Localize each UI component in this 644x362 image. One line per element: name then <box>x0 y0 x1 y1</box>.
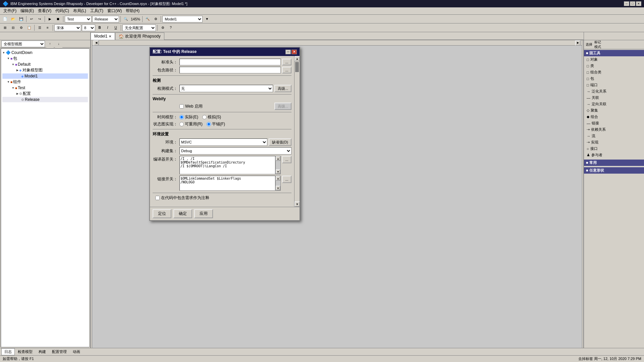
tb2-btn1[interactable]: ⊞ <box>1 24 9 32</box>
save-btn[interactable]: 💾 <box>17 15 25 23</box>
view-select[interactable]: 全模型视图 <box>1 41 45 47</box>
italic-btn[interactable]: I <box>104 24 111 32</box>
align-btn[interactable]: ☰ <box>36 24 43 32</box>
right-item-composite-class[interactable]: □ 组合类 <box>584 69 644 75</box>
bottom-tab-check[interactable]: 检查模型 <box>15 348 36 355</box>
right-panel-btn1[interactable]: 选择 <box>585 41 593 48</box>
right-item-object[interactable]: □ 对象 <box>584 56 644 63</box>
menu-window[interactable]: 窗口(W) <box>105 7 124 14</box>
cs-scroll-up[interactable]: ▲ <box>276 156 280 161</box>
notes-checkbox[interactable] <box>155 196 160 200</box>
radio-flat-label[interactable]: 平铺(F) <box>207 121 225 127</box>
open-btn[interactable]: 📂 <box>9 15 17 23</box>
radio-reuse-label[interactable]: 可重用(R) <box>179 121 203 127</box>
compiler-switch-textarea[interactable]: /I . /I $OMDefaultSpecificationDirectory… <box>179 156 275 174</box>
dialog-minimize-btn[interactable]: ─ <box>285 50 291 54</box>
radio-reuse[interactable] <box>179 122 184 126</box>
tab-model1[interactable]: Model1 ✕ <box>91 33 115 40</box>
ls-scroll-down[interactable]: ▼ <box>276 186 280 190</box>
detection-advanced-btn[interactable]: 高级... <box>274 85 291 92</box>
scroll-left[interactable]: ◀ <box>94 40 99 46</box>
radio-actual-label[interactable]: 实际(E) <box>179 114 198 120</box>
right-item-aggregation[interactable]: ◇ 聚集 <box>584 107 644 114</box>
tb2-btn2[interactable]: ⊟ <box>9 24 17 32</box>
layout-select[interactable]: 无全局配置 <box>122 24 156 31</box>
menu-edit[interactable]: 编辑(E) <box>18 7 36 14</box>
bottom-tab-config[interactable]: 配置管理 <box>49 348 70 355</box>
menu-help[interactable]: 帮助(H) <box>124 7 142 14</box>
right-panel-btn2[interactable]: 标记模式 <box>594 41 601 48</box>
ls-scroll-up[interactable]: ▲ <box>276 176 280 181</box>
tab-close-model1[interactable]: ✕ <box>109 35 111 38</box>
tab-welcome[interactable]: 🏠 欢迎使用 Rhapsody <box>115 33 164 40</box>
bottom-tab-log[interactable]: 日志 <box>1 348 15 355</box>
right-item-interface[interactable]: ○ 接口 <box>584 145 644 152</box>
include-dots-btn[interactable]: ... <box>282 67 291 73</box>
maximize-button[interactable]: □ <box>630 1 635 6</box>
right-item-composition[interactable]: ◆ 组合 <box>584 114 644 120</box>
settings-btn[interactable]: ⚙ <box>159 24 166 32</box>
help-btn[interactable]: ? <box>167 24 174 32</box>
dialog-scroll-down[interactable]: ▼ <box>294 201 300 207</box>
web-checkbox[interactable] <box>179 104 184 109</box>
radio-flat[interactable] <box>207 122 211 126</box>
include-input[interactable] <box>179 67 281 73</box>
cs-scroll-down[interactable]: ▼ <box>276 169 280 174</box>
right-section-tools-header[interactable]: ■ 固工具 <box>584 50 644 56</box>
tb2-btn4[interactable]: 📋 <box>25 24 33 32</box>
generate-btn[interactable]: ⚙ <box>152 15 159 23</box>
right-item-dependency[interactable]: ⇢ 依赖关系 <box>584 126 644 133</box>
tree-node-pkg[interactable]: ▼ ■ 包 <box>2 55 88 62</box>
menu-file[interactable]: 文件(F) <box>1 7 18 14</box>
compiler-select[interactable]: Debug <box>179 147 291 155</box>
menu-view[interactable]: 查看(V) <box>36 7 53 14</box>
distribute-btn[interactable]: ≡ <box>44 24 51 32</box>
radio-actual[interactable] <box>179 115 184 119</box>
tree-node-component[interactable]: ▼ ■ 组件 <box>2 79 88 85</box>
build-btn[interactable]: 🔨 <box>144 15 151 23</box>
redo-btn[interactable]: ↪ <box>36 15 43 23</box>
dialog-close-btn[interactable]: ✕ <box>291 50 297 54</box>
tree-node-default[interactable]: ▼ ■ Default <box>2 62 88 67</box>
right-section-common-header[interactable]: ■ 常用 <box>584 160 644 166</box>
apply-button[interactable]: 应用 <box>194 209 213 218</box>
close-button[interactable]: ✕ <box>636 1 641 6</box>
linker-switch-textarea[interactable]: $OMLinkCommandSet $LinkerFlags /NOLOGO <box>179 176 275 191</box>
tree-down-btn[interactable]: ↓ <box>55 40 62 48</box>
web-checkbox-label[interactable]: Web 启用 <box>179 104 203 109</box>
linker-switch-dots-btn[interactable]: ... <box>282 176 291 183</box>
scroll-thumb[interactable] <box>295 62 299 72</box>
right-item-directed-association[interactable]: → 定向关联 <box>584 101 644 107</box>
notes-checkbox-label[interactable]: 在代码中包含需求作为注释 <box>153 195 209 201</box>
menu-code[interactable]: 代码(C) <box>53 7 71 14</box>
bottom-tab-build[interactable]: 构建 <box>36 348 49 355</box>
run-btn[interactable]: ▶ <box>46 15 54 23</box>
tree-node-model1[interactable]: ◈ Model1 <box>2 73 88 79</box>
menu-layout[interactable]: 布局(L) <box>71 7 88 14</box>
tree-node-countdown[interactable]: ▼ 🔷 CountDown <box>2 50 88 55</box>
bottom-tab-animation[interactable]: 动画 <box>70 348 83 355</box>
menu-tools[interactable]: 工具(T) <box>88 7 105 14</box>
scroll-right[interactable]: ▶ <box>575 40 581 46</box>
right-item-link[interactable]: — 链接 <box>584 120 644 126</box>
config-select[interactable]: Test <box>65 16 92 22</box>
undo-btn[interactable]: ↩ <box>28 15 35 23</box>
bold-btn[interactable]: B <box>96 24 103 32</box>
right-item-generalization[interactable]: → 泛化关系 <box>584 88 644 95</box>
headers-input[interactable] <box>179 59 281 65</box>
stop-btn[interactable]: ⏹ <box>54 15 62 23</box>
webify-advanced-btn[interactable]: 高级... <box>274 103 291 110</box>
size-select[interactable]: 8 <box>82 24 95 31</box>
font-select[interactable]: 宋体 <box>54 24 81 31</box>
dialog-scroll-up[interactable]: ▲ <box>294 56 300 61</box>
tree-node-test[interactable]: ▼ ■ Test <box>2 85 88 90</box>
right-item-class[interactable]: □ 类 <box>584 63 644 69</box>
tree-node-objdiagram[interactable]: ▶ ◈ 对象模型图 <box>2 67 88 73</box>
env-default-btn[interactable]: 缺省值(D) <box>269 138 291 146</box>
right-item-association[interactable]: — 关联 <box>584 95 644 101</box>
right-item-actor[interactable]: ♟ 参与者 <box>584 152 644 158</box>
tree-up-btn[interactable]: ↑ <box>46 40 54 48</box>
locate-button[interactable]: 定位 <box>153 209 171 218</box>
model-select[interactable]: Model1 <box>162 16 203 22</box>
tree-node-peizhi[interactable]: ▶ ⚙ 配置 <box>2 90 88 97</box>
